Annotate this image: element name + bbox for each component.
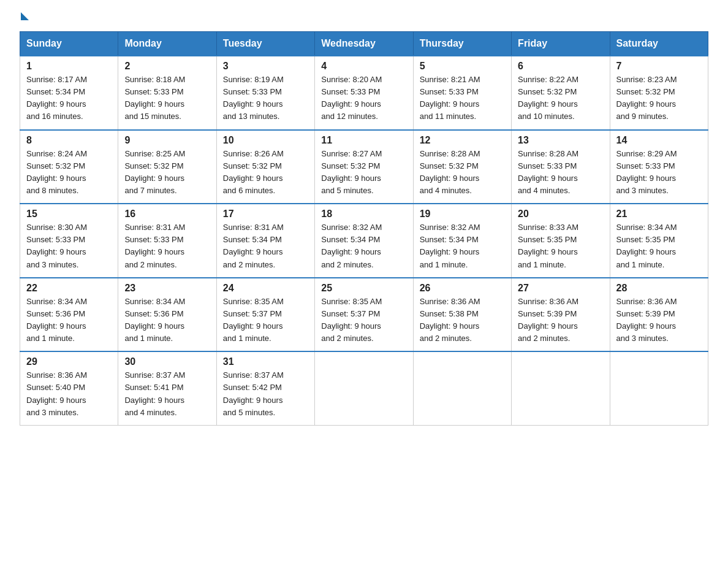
calendar-cell: 30Sunrise: 8:37 AMSunset: 5:41 PMDayligh… xyxy=(118,351,216,425)
day-info: Sunrise: 8:19 AMSunset: 5:33 PMDaylight:… xyxy=(223,74,308,123)
calendar-cell: 1Sunrise: 8:17 AMSunset: 5:34 PMDaylight… xyxy=(20,56,118,130)
day-info: Sunrise: 8:37 AMSunset: 5:42 PMDaylight:… xyxy=(223,369,308,419)
day-number: 6 xyxy=(518,61,603,72)
day-info: Sunrise: 8:24 AMSunset: 5:32 PMDaylight:… xyxy=(26,148,112,197)
day-info: Sunrise: 8:18 AMSunset: 5:33 PMDaylight:… xyxy=(124,74,210,123)
day-number: 7 xyxy=(616,61,702,72)
day-info: Sunrise: 8:35 AMSunset: 5:37 PMDaylight:… xyxy=(321,296,406,345)
calendar-header-wednesday: Wednesday xyxy=(315,32,413,56)
calendar-cell: 16Sunrise: 8:31 AMSunset: 5:33 PMDayligh… xyxy=(118,204,216,278)
calendar-cell xyxy=(512,351,610,425)
day-number: 29 xyxy=(26,356,112,367)
day-info: Sunrise: 8:22 AMSunset: 5:32 PMDaylight:… xyxy=(518,74,603,123)
calendar-cell: 29Sunrise: 8:36 AMSunset: 5:40 PMDayligh… xyxy=(20,351,118,425)
calendar-table: SundayMondayTuesdayWednesdayThursdayFrid… xyxy=(20,31,708,426)
calendar-cell: 10Sunrise: 8:26 AMSunset: 5:32 PMDayligh… xyxy=(216,130,314,204)
calendar-cell: 25Sunrise: 8:35 AMSunset: 5:37 PMDayligh… xyxy=(315,278,413,352)
calendar-cell: 6Sunrise: 8:22 AMSunset: 5:32 PMDaylight… xyxy=(512,56,610,130)
calendar-week-row: 1Sunrise: 8:17 AMSunset: 5:34 PMDaylight… xyxy=(20,56,708,130)
day-number: 4 xyxy=(321,61,406,72)
day-info: Sunrise: 8:36 AMSunset: 5:40 PMDaylight:… xyxy=(26,369,112,419)
day-number: 9 xyxy=(124,135,210,146)
day-info: Sunrise: 8:26 AMSunset: 5:32 PMDaylight:… xyxy=(223,148,308,197)
day-info: Sunrise: 8:29 AMSunset: 5:33 PMDaylight:… xyxy=(616,148,702,197)
calendar-cell: 26Sunrise: 8:36 AMSunset: 5:38 PMDayligh… xyxy=(413,278,511,352)
day-number: 10 xyxy=(223,135,308,146)
day-number: 17 xyxy=(223,209,308,220)
calendar-header-friday: Friday xyxy=(512,32,610,56)
day-number: 11 xyxy=(321,135,406,146)
day-info: Sunrise: 8:31 AMSunset: 5:33 PMDaylight:… xyxy=(124,221,210,271)
day-number: 19 xyxy=(420,209,505,220)
day-number: 22 xyxy=(26,283,112,294)
day-info: Sunrise: 8:32 AMSunset: 5:34 PMDaylight:… xyxy=(420,221,505,271)
day-number: 30 xyxy=(124,356,210,367)
calendar-header-sunday: Sunday xyxy=(20,32,118,56)
day-number: 16 xyxy=(124,209,210,220)
calendar-header-saturday: Saturday xyxy=(610,32,708,56)
day-number: 2 xyxy=(124,61,210,72)
calendar-cell: 31Sunrise: 8:37 AMSunset: 5:42 PMDayligh… xyxy=(216,351,314,425)
calendar-cell: 14Sunrise: 8:29 AMSunset: 5:33 PMDayligh… xyxy=(610,130,708,204)
day-number: 27 xyxy=(518,283,603,294)
logo-triangle-icon xyxy=(21,12,29,20)
day-number: 13 xyxy=(518,135,603,146)
day-number: 3 xyxy=(223,61,308,72)
day-number: 1 xyxy=(26,61,112,72)
day-info: Sunrise: 8:36 AMSunset: 5:38 PMDaylight:… xyxy=(420,296,505,345)
day-info: Sunrise: 8:35 AMSunset: 5:37 PMDaylight:… xyxy=(223,296,308,345)
day-number: 14 xyxy=(616,135,702,146)
calendar-cell: 23Sunrise: 8:34 AMSunset: 5:36 PMDayligh… xyxy=(118,278,216,352)
calendar-cell: 7Sunrise: 8:23 AMSunset: 5:32 PMDaylight… xyxy=(610,56,708,130)
calendar-cell: 5Sunrise: 8:21 AMSunset: 5:33 PMDaylight… xyxy=(413,56,511,130)
logo xyxy=(20,15,29,20)
day-number: 25 xyxy=(321,283,406,294)
calendar-cell: 11Sunrise: 8:27 AMSunset: 5:32 PMDayligh… xyxy=(315,130,413,204)
day-number: 26 xyxy=(420,283,505,294)
calendar-cell xyxy=(610,351,708,425)
day-info: Sunrise: 8:33 AMSunset: 5:35 PMDaylight:… xyxy=(518,221,603,271)
day-info: Sunrise: 8:27 AMSunset: 5:32 PMDaylight:… xyxy=(321,148,406,197)
day-info: Sunrise: 8:34 AMSunset: 5:36 PMDaylight:… xyxy=(26,296,112,345)
calendar-cell xyxy=(315,351,413,425)
day-info: Sunrise: 8:34 AMSunset: 5:35 PMDaylight:… xyxy=(616,221,702,271)
day-number: 15 xyxy=(26,209,112,220)
day-number: 18 xyxy=(321,209,406,220)
calendar-cell: 9Sunrise: 8:25 AMSunset: 5:32 PMDaylight… xyxy=(118,130,216,204)
day-info: Sunrise: 8:21 AMSunset: 5:33 PMDaylight:… xyxy=(420,74,505,123)
calendar-cell: 3Sunrise: 8:19 AMSunset: 5:33 PMDaylight… xyxy=(216,56,314,130)
calendar-cell: 17Sunrise: 8:31 AMSunset: 5:34 PMDayligh… xyxy=(216,204,314,278)
page-header xyxy=(20,15,708,20)
calendar-header-tuesday: Tuesday xyxy=(216,32,314,56)
calendar-cell: 2Sunrise: 8:18 AMSunset: 5:33 PMDaylight… xyxy=(118,56,216,130)
day-number: 20 xyxy=(518,209,603,220)
day-info: Sunrise: 8:36 AMSunset: 5:39 PMDaylight:… xyxy=(616,296,702,345)
calendar-header-row: SundayMondayTuesdayWednesdayThursdayFrid… xyxy=(20,32,708,56)
calendar-cell: 15Sunrise: 8:30 AMSunset: 5:33 PMDayligh… xyxy=(20,204,118,278)
day-number: 5 xyxy=(420,61,505,72)
day-number: 28 xyxy=(616,283,702,294)
calendar-cell: 28Sunrise: 8:36 AMSunset: 5:39 PMDayligh… xyxy=(610,278,708,352)
day-info: Sunrise: 8:34 AMSunset: 5:36 PMDaylight:… xyxy=(124,296,210,345)
calendar-week-row: 15Sunrise: 8:30 AMSunset: 5:33 PMDayligh… xyxy=(20,204,708,278)
calendar-cell: 21Sunrise: 8:34 AMSunset: 5:35 PMDayligh… xyxy=(610,204,708,278)
calendar-cell xyxy=(413,351,511,425)
calendar-cell: 20Sunrise: 8:33 AMSunset: 5:35 PMDayligh… xyxy=(512,204,610,278)
calendar-cell: 19Sunrise: 8:32 AMSunset: 5:34 PMDayligh… xyxy=(413,204,511,278)
calendar-cell: 13Sunrise: 8:28 AMSunset: 5:33 PMDayligh… xyxy=(512,130,610,204)
calendar-cell: 24Sunrise: 8:35 AMSunset: 5:37 PMDayligh… xyxy=(216,278,314,352)
day-info: Sunrise: 8:30 AMSunset: 5:33 PMDaylight:… xyxy=(26,221,112,271)
day-info: Sunrise: 8:20 AMSunset: 5:33 PMDaylight:… xyxy=(321,74,406,123)
day-info: Sunrise: 8:17 AMSunset: 5:34 PMDaylight:… xyxy=(26,74,112,123)
calendar-cell: 18Sunrise: 8:32 AMSunset: 5:34 PMDayligh… xyxy=(315,204,413,278)
calendar-week-row: 29Sunrise: 8:36 AMSunset: 5:40 PMDayligh… xyxy=(20,351,708,425)
day-info: Sunrise: 8:37 AMSunset: 5:41 PMDaylight:… xyxy=(124,369,210,419)
day-info: Sunrise: 8:36 AMSunset: 5:39 PMDaylight:… xyxy=(518,296,603,345)
day-number: 12 xyxy=(420,135,505,146)
day-number: 23 xyxy=(124,283,210,294)
calendar-cell: 8Sunrise: 8:24 AMSunset: 5:32 PMDaylight… xyxy=(20,130,118,204)
day-number: 8 xyxy=(26,135,112,146)
day-number: 21 xyxy=(616,209,702,220)
calendar-cell: 4Sunrise: 8:20 AMSunset: 5:33 PMDaylight… xyxy=(315,56,413,130)
day-info: Sunrise: 8:28 AMSunset: 5:33 PMDaylight:… xyxy=(518,148,603,197)
